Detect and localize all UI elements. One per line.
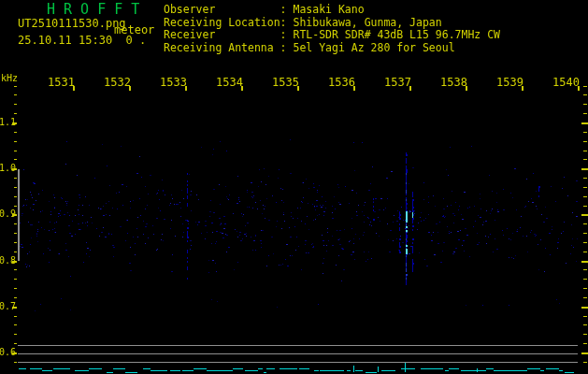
time-tick-label: 1535 [262, 76, 299, 89]
time-tick-label: 1537 [374, 76, 411, 89]
station-info-row: Receiving Antenna : 5el Yagi Az 280 for … [164, 42, 500, 55]
datetime-count-line: 25.10.11 15:30 0 . [18, 34, 146, 47]
freq-tick-label: 0.8 [0, 255, 15, 266]
time-tick-label: 1533 [150, 76, 187, 89]
spectrogram-canvas [0, 0, 588, 374]
time-tick-label: 1536 [318, 76, 355, 89]
freq-axis-unit-label: kHz [1, 73, 18, 83]
time-tick-label: 1532 [93, 76, 131, 89]
freq-tick-label: 1.1 [0, 117, 15, 127]
freq-tick-label: 1.0 [0, 163, 15, 173]
station-info-row: Receiving Location: Shibukawa, Gunma, Ja… [164, 17, 500, 30]
time-tick-label: 1539 [486, 76, 523, 89]
freq-tick-label: 0.7 [0, 301, 15, 311]
freq-tick-label: 0.6 [0, 347, 15, 357]
time-tick-label: 1531 [37, 76, 75, 89]
time-tick-label: 1538 [430, 76, 467, 89]
app-title: H R O F F T [47, 1, 139, 18]
hrofft-screen: { "header": { "title": "H R O F F T", "f… [0, 0, 588, 374]
station-info-row: Observer : Masaki Kano [164, 4, 500, 17]
time-tick-label: 1534 [206, 76, 243, 89]
freq-tick-label: 0.9 [0, 209, 15, 219]
station-info-block: Observer : Masaki KanoReceiving Location… [164, 4, 500, 54]
station-info-row: Receiver : RTL-SDR SDR# 43dB L15 96.7MHz… [164, 29, 500, 42]
time-tick-label: 1540 [542, 76, 580, 89]
output-filename: UT2510111530.png [18, 17, 126, 30]
